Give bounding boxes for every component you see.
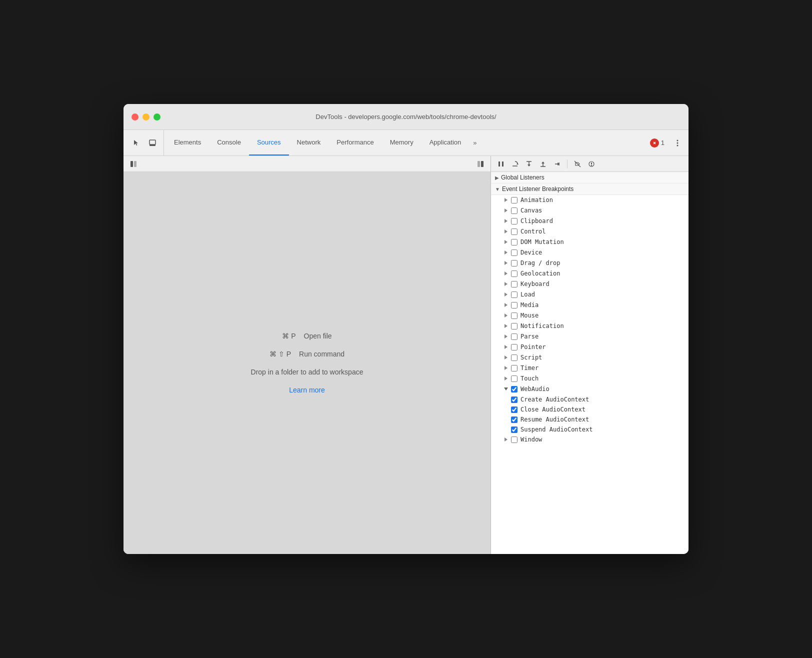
tab-memory[interactable]: Memory — [382, 130, 422, 156]
breakpoint-item-device[interactable]: Device — [491, 248, 688, 258]
more-options-button[interactable] — [670, 136, 684, 150]
checkbox-animation[interactable] — [511, 197, 518, 204]
svg-rect-8 — [478, 161, 480, 167]
breakpoint-item-touch[interactable]: Touch — [491, 374, 688, 384]
step-over-button[interactable] — [509, 158, 521, 170]
close-button[interactable] — [132, 114, 138, 120]
checkbox-script[interactable] — [511, 354, 518, 361]
sub-item-suspend-audiocontext[interactable]: Suspend AudioContext — [491, 424, 688, 434]
expand-icon-canvas[interactable] — [503, 208, 509, 214]
breakpoint-item-control[interactable]: Control — [491, 226, 688, 237]
expand-icon-touch[interactable] — [503, 376, 509, 382]
breakpoint-item-webaudio[interactable]: WebAudio — [491, 384, 688, 394]
show-navigator-button[interactable] — [128, 158, 140, 170]
expand-icon-geolocation[interactable] — [503, 270, 509, 276]
sub-item-resume-audiocontext[interactable]: Resume AudioContext — [491, 414, 688, 424]
expand-icon-webaudio[interactable] — [503, 386, 509, 392]
checkbox-control[interactable] — [511, 228, 518, 235]
pause-button[interactable] — [495, 158, 507, 170]
breakpoint-item-drag-drop[interactable]: Drag / drop — [491, 258, 688, 268]
checkbox-timer[interactable] — [511, 365, 518, 372]
checkbox-geolocation[interactable] — [511, 270, 518, 277]
expand-icon-window[interactable] — [503, 436, 509, 442]
expand-icon-notification[interactable] — [503, 323, 509, 329]
expand-icon-parse[interactable] — [503, 334, 509, 340]
expand-icon-animation[interactable] — [503, 197, 509, 203]
checkbox-webaudio[interactable] — [511, 386, 518, 392]
expand-icon-timer[interactable] — [503, 365, 509, 371]
breakpoint-item-script[interactable]: Script — [491, 352, 688, 363]
checkbox-media[interactable] — [511, 302, 518, 308]
breakpoint-item-window[interactable]: Window — [491, 434, 688, 445]
breakpoint-item-keyboard[interactable]: Keyboard — [491, 279, 688, 290]
breakpoint-item-geolocation[interactable]: Geolocation — [491, 268, 688, 279]
checkbox-suspend-audiocontext[interactable] — [511, 426, 518, 433]
expand-icon-mouse[interactable] — [503, 312, 509, 318]
expand-icon-drag-drop[interactable] — [503, 260, 509, 266]
step-out-button[interactable] — [537, 158, 549, 170]
breakpoint-item-load[interactable]: Load — [491, 290, 688, 300]
breakpoint-item-timer[interactable]: Timer — [491, 363, 688, 374]
pause-on-exceptions-button[interactable] — [586, 158, 598, 170]
checkbox-clipboard[interactable] — [511, 218, 518, 224]
checkbox-dom-mutation[interactable] — [511, 239, 518, 246]
step-into-button[interactable] — [523, 158, 535, 170]
expand-icon-clipboard[interactable] — [503, 218, 509, 224]
checkbox-pointer[interactable] — [511, 344, 518, 350]
event-listener-breakpoints-section[interactable]: ▼ Event Listener Breakpoints — [491, 184, 688, 195]
breakpoint-item-dom-mutation[interactable]: DOM Mutation — [491, 237, 688, 248]
checkbox-create-audiocontext[interactable] — [511, 396, 518, 403]
global-listeners-section[interactable]: ▶ Global Listeners — [491, 172, 688, 184]
expand-icon-load[interactable] — [503, 292, 509, 298]
breakpoint-item-notification[interactable]: Notification — [491, 321, 688, 332]
tab-application[interactable]: Application — [422, 130, 470, 156]
breakpoint-item-animation[interactable]: Animation — [491, 195, 688, 206]
tab-elements[interactable]: Elements — [166, 130, 209, 156]
expand-icon-control[interactable] — [503, 228, 509, 234]
label-timer: Timer — [520, 364, 538, 372]
expand-icon-keyboard[interactable] — [503, 281, 509, 287]
breakpoint-item-canvas[interactable]: Canvas — [491, 206, 688, 216]
checkbox-notification[interactable] — [511, 323, 518, 330]
checkbox-device[interactable] — [511, 250, 518, 256]
expand-icon-device[interactable] — [503, 250, 509, 256]
breakpoint-item-pointer[interactable]: Pointer — [491, 342, 688, 352]
breakpoint-item-media[interactable]: Media — [491, 300, 688, 310]
label-geolocation: Geolocation — [520, 270, 560, 277]
checkbox-mouse[interactable] — [511, 312, 518, 319]
checkbox-window[interactable] — [511, 436, 518, 443]
tab-performance[interactable]: Performance — [328, 130, 382, 156]
show-debugger-button[interactable] — [474, 158, 486, 170]
checkbox-resume-audiocontext[interactable] — [511, 416, 518, 423]
cursor-icon[interactable] — [130, 136, 144, 150]
minimize-button[interactable] — [142, 114, 150, 120]
checkbox-keyboard[interactable] — [511, 281, 518, 288]
expand-icon-pointer[interactable] — [503, 344, 509, 350]
checkbox-load[interactable] — [511, 292, 518, 298]
expand-icon-media[interactable] — [503, 302, 509, 308]
checkbox-close-audiocontext[interactable] — [511, 406, 518, 413]
breakpoint-item-mouse[interactable]: Mouse — [491, 310, 688, 321]
expand-icon-script[interactable] — [503, 354, 509, 360]
dock-icon[interactable] — [146, 136, 160, 150]
tab-network[interactable]: Network — [289, 130, 329, 156]
learn-more-link[interactable]: Learn more — [289, 386, 325, 394]
step-button[interactable] — [551, 158, 563, 170]
tab-sources[interactable]: Sources — [249, 130, 289, 156]
tab-console[interactable]: Console — [209, 130, 249, 156]
more-tabs-button[interactable]: » — [469, 130, 480, 156]
deactivate-breakpoints-button[interactable] — [572, 158, 584, 170]
checkbox-drag-drop[interactable] — [511, 260, 518, 266]
breakpoint-item-parse[interactable]: Parse — [491, 332, 688, 342]
traffic-lights — [132, 114, 160, 120]
checkbox-canvas[interactable] — [511, 208, 518, 214]
expand-icon-dom-mutation[interactable] — [503, 239, 509, 245]
sub-item-close-audiocontext[interactable]: Close AudioContext — [491, 404, 688, 414]
checkbox-touch[interactable] — [511, 376, 518, 382]
maximize-button[interactable] — [154, 114, 160, 120]
checkbox-parse[interactable] — [511, 334, 518, 340]
run-command-key: ⌘ ⇧ P — [270, 350, 291, 358]
event-listener-breakpoints-arrow: ▼ — [495, 186, 500, 192]
sub-item-create-audiocontext[interactable]: Create AudioContext — [491, 394, 688, 404]
breakpoint-item-clipboard[interactable]: Clipboard — [491, 216, 688, 226]
